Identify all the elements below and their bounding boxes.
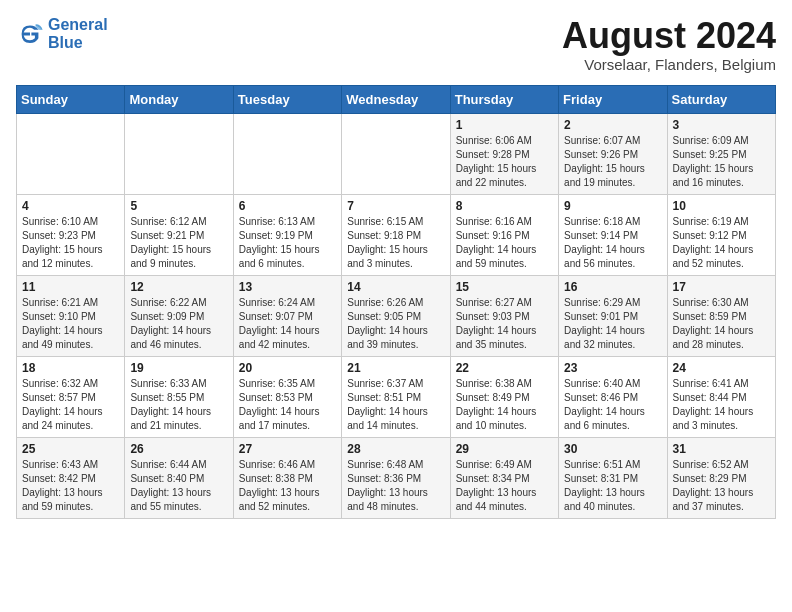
calendar-cell: 2Sunrise: 6:07 AM Sunset: 9:26 PM Daylig… <box>559 113 667 194</box>
calendar-cell: 21Sunrise: 6:37 AM Sunset: 8:51 PM Dayli… <box>342 356 450 437</box>
logo: General Blue <box>16 16 108 52</box>
day-number: 30 <box>564 442 661 456</box>
day-number: 11 <box>22 280 119 294</box>
calendar-cell <box>342 113 450 194</box>
calendar-cell <box>233 113 341 194</box>
calendar-cell: 7Sunrise: 6:15 AM Sunset: 9:18 PM Daylig… <box>342 194 450 275</box>
day-number: 14 <box>347 280 444 294</box>
calendar-table: SundayMondayTuesdayWednesdayThursdayFrid… <box>16 85 776 519</box>
day-info: Sunrise: 6:41 AM Sunset: 8:44 PM Dayligh… <box>673 377 770 433</box>
calendar-cell: 16Sunrise: 6:29 AM Sunset: 9:01 PM Dayli… <box>559 275 667 356</box>
day-number: 24 <box>673 361 770 375</box>
calendar-week-row: 25Sunrise: 6:43 AM Sunset: 8:42 PM Dayli… <box>17 437 776 518</box>
day-of-week-header: Friday <box>559 85 667 113</box>
page-header: General Blue August 2024 Vorselaar, Flan… <box>16 16 776 73</box>
calendar-cell: 13Sunrise: 6:24 AM Sunset: 9:07 PM Dayli… <box>233 275 341 356</box>
day-info: Sunrise: 6:38 AM Sunset: 8:49 PM Dayligh… <box>456 377 553 433</box>
day-info: Sunrise: 6:35 AM Sunset: 8:53 PM Dayligh… <box>239 377 336 433</box>
day-info: Sunrise: 6:09 AM Sunset: 9:25 PM Dayligh… <box>673 134 770 190</box>
day-of-week-header: Thursday <box>450 85 558 113</box>
calendar-cell: 1Sunrise: 6:06 AM Sunset: 9:28 PM Daylig… <box>450 113 558 194</box>
day-number: 12 <box>130 280 227 294</box>
day-of-week-header: Wednesday <box>342 85 450 113</box>
calendar-week-row: 18Sunrise: 6:32 AM Sunset: 8:57 PM Dayli… <box>17 356 776 437</box>
calendar-cell <box>125 113 233 194</box>
day-number: 26 <box>130 442 227 456</box>
day-number: 10 <box>673 199 770 213</box>
day-number: 25 <box>22 442 119 456</box>
calendar-cell: 31Sunrise: 6:52 AM Sunset: 8:29 PM Dayli… <box>667 437 775 518</box>
day-of-week-header: Saturday <box>667 85 775 113</box>
day-info: Sunrise: 6:30 AM Sunset: 8:59 PM Dayligh… <box>673 296 770 352</box>
day-number: 29 <box>456 442 553 456</box>
title-block: August 2024 Vorselaar, Flanders, Belgium <box>562 16 776 73</box>
calendar-week-row: 4Sunrise: 6:10 AM Sunset: 9:23 PM Daylig… <box>17 194 776 275</box>
day-number: 8 <box>456 199 553 213</box>
day-info: Sunrise: 6:19 AM Sunset: 9:12 PM Dayligh… <box>673 215 770 271</box>
calendar-cell: 23Sunrise: 6:40 AM Sunset: 8:46 PM Dayli… <box>559 356 667 437</box>
day-info: Sunrise: 6:18 AM Sunset: 9:14 PM Dayligh… <box>564 215 661 271</box>
day-number: 4 <box>22 199 119 213</box>
logo-icon <box>16 20 44 48</box>
day-info: Sunrise: 6:52 AM Sunset: 8:29 PM Dayligh… <box>673 458 770 514</box>
day-number: 15 <box>456 280 553 294</box>
day-number: 27 <box>239 442 336 456</box>
calendar-cell: 5Sunrise: 6:12 AM Sunset: 9:21 PM Daylig… <box>125 194 233 275</box>
calendar-cell: 20Sunrise: 6:35 AM Sunset: 8:53 PM Dayli… <box>233 356 341 437</box>
day-info: Sunrise: 6:32 AM Sunset: 8:57 PM Dayligh… <box>22 377 119 433</box>
day-info: Sunrise: 6:43 AM Sunset: 8:42 PM Dayligh… <box>22 458 119 514</box>
calendar-cell: 18Sunrise: 6:32 AM Sunset: 8:57 PM Dayli… <box>17 356 125 437</box>
calendar-title: August 2024 <box>562 16 776 56</box>
day-number: 18 <box>22 361 119 375</box>
day-number: 23 <box>564 361 661 375</box>
calendar-cell: 3Sunrise: 6:09 AM Sunset: 9:25 PM Daylig… <box>667 113 775 194</box>
day-info: Sunrise: 6:13 AM Sunset: 9:19 PM Dayligh… <box>239 215 336 271</box>
calendar-cell: 10Sunrise: 6:19 AM Sunset: 9:12 PM Dayli… <box>667 194 775 275</box>
calendar-cell: 4Sunrise: 6:10 AM Sunset: 9:23 PM Daylig… <box>17 194 125 275</box>
calendar-cell: 12Sunrise: 6:22 AM Sunset: 9:09 PM Dayli… <box>125 275 233 356</box>
day-number: 22 <box>456 361 553 375</box>
day-info: Sunrise: 6:44 AM Sunset: 8:40 PM Dayligh… <box>130 458 227 514</box>
day-info: Sunrise: 6:10 AM Sunset: 9:23 PM Dayligh… <box>22 215 119 271</box>
day-info: Sunrise: 6:27 AM Sunset: 9:03 PM Dayligh… <box>456 296 553 352</box>
day-info: Sunrise: 6:07 AM Sunset: 9:26 PM Dayligh… <box>564 134 661 190</box>
day-number: 21 <box>347 361 444 375</box>
logo-text: General Blue <box>48 16 108 52</box>
day-info: Sunrise: 6:21 AM Sunset: 9:10 PM Dayligh… <box>22 296 119 352</box>
calendar-cell: 29Sunrise: 6:49 AM Sunset: 8:34 PM Dayli… <box>450 437 558 518</box>
calendar-week-row: 11Sunrise: 6:21 AM Sunset: 9:10 PM Dayli… <box>17 275 776 356</box>
calendar-cell: 24Sunrise: 6:41 AM Sunset: 8:44 PM Dayli… <box>667 356 775 437</box>
day-number: 13 <box>239 280 336 294</box>
day-info: Sunrise: 6:24 AM Sunset: 9:07 PM Dayligh… <box>239 296 336 352</box>
calendar-cell: 25Sunrise: 6:43 AM Sunset: 8:42 PM Dayli… <box>17 437 125 518</box>
calendar-subtitle: Vorselaar, Flanders, Belgium <box>562 56 776 73</box>
day-number: 19 <box>130 361 227 375</box>
calendar-header-row: SundayMondayTuesdayWednesdayThursdayFrid… <box>17 85 776 113</box>
day-info: Sunrise: 6:29 AM Sunset: 9:01 PM Dayligh… <box>564 296 661 352</box>
day-info: Sunrise: 6:46 AM Sunset: 8:38 PM Dayligh… <box>239 458 336 514</box>
day-number: 20 <box>239 361 336 375</box>
calendar-week-row: 1Sunrise: 6:06 AM Sunset: 9:28 PM Daylig… <box>17 113 776 194</box>
calendar-cell: 9Sunrise: 6:18 AM Sunset: 9:14 PM Daylig… <box>559 194 667 275</box>
day-of-week-header: Tuesday <box>233 85 341 113</box>
day-info: Sunrise: 6:12 AM Sunset: 9:21 PM Dayligh… <box>130 215 227 271</box>
day-info: Sunrise: 6:49 AM Sunset: 8:34 PM Dayligh… <box>456 458 553 514</box>
calendar-cell: 8Sunrise: 6:16 AM Sunset: 9:16 PM Daylig… <box>450 194 558 275</box>
calendar-cell: 6Sunrise: 6:13 AM Sunset: 9:19 PM Daylig… <box>233 194 341 275</box>
day-info: Sunrise: 6:22 AM Sunset: 9:09 PM Dayligh… <box>130 296 227 352</box>
calendar-cell <box>17 113 125 194</box>
calendar-cell: 11Sunrise: 6:21 AM Sunset: 9:10 PM Dayli… <box>17 275 125 356</box>
day-info: Sunrise: 6:26 AM Sunset: 9:05 PM Dayligh… <box>347 296 444 352</box>
day-number: 28 <box>347 442 444 456</box>
calendar-cell: 27Sunrise: 6:46 AM Sunset: 8:38 PM Dayli… <box>233 437 341 518</box>
day-info: Sunrise: 6:37 AM Sunset: 8:51 PM Dayligh… <box>347 377 444 433</box>
day-of-week-header: Sunday <box>17 85 125 113</box>
calendar-cell: 15Sunrise: 6:27 AM Sunset: 9:03 PM Dayli… <box>450 275 558 356</box>
calendar-cell: 26Sunrise: 6:44 AM Sunset: 8:40 PM Dayli… <box>125 437 233 518</box>
calendar-cell: 19Sunrise: 6:33 AM Sunset: 8:55 PM Dayli… <box>125 356 233 437</box>
day-number: 5 <box>130 199 227 213</box>
calendar-cell: 28Sunrise: 6:48 AM Sunset: 8:36 PM Dayli… <box>342 437 450 518</box>
day-number: 6 <box>239 199 336 213</box>
calendar-cell: 17Sunrise: 6:30 AM Sunset: 8:59 PM Dayli… <box>667 275 775 356</box>
day-number: 7 <box>347 199 444 213</box>
